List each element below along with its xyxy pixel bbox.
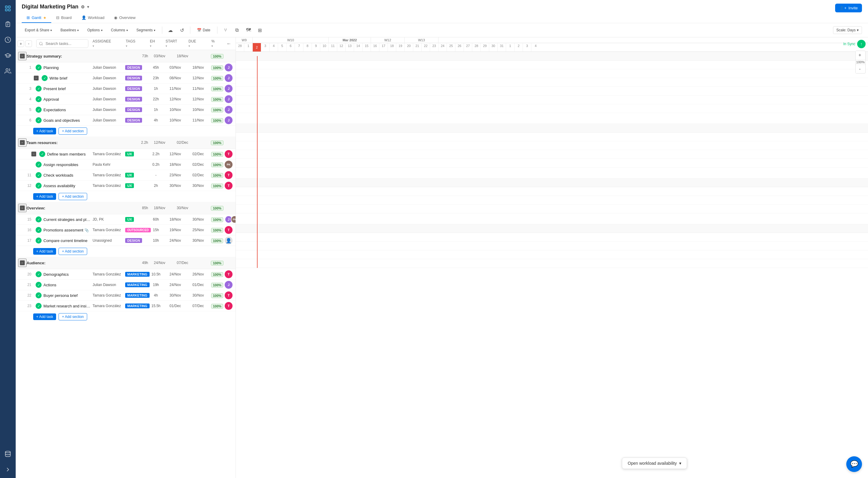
task-1-check[interactable]: ✓ (36, 65, 42, 71)
gantt-spacer-20 (236, 233, 868, 242)
sidebar-icon-home[interactable] (3, 4, 13, 13)
gantt-spacer-addrow2 (236, 168, 868, 178)
add-section-team-button[interactable]: + Add section (59, 193, 87, 200)
tab-workload[interactable]: 👤 Workload (76, 13, 110, 23)
task-9-name[interactable]: Define team members (47, 152, 91, 157)
task-row: 4 ✓ Approval Julian Dawson DESIGN 22h 12… (16, 94, 236, 105)
task-22-pct: 100% (210, 293, 225, 298)
map-icon-button[interactable]: 🗺 (244, 26, 253, 35)
task-23-name[interactable]: Market research and insights (43, 304, 91, 308)
task-21-check[interactable]: ✓ (36, 282, 42, 288)
sidebar-icon-arrow[interactable] (3, 465, 13, 474)
sidebar-icon-tasks[interactable] (3, 19, 13, 29)
invite-button[interactable]: 👤+ Invite (835, 4, 862, 12)
add-section-strategy-button[interactable]: + Add section (59, 128, 87, 135)
task-12-check[interactable]: ✓ (36, 183, 42, 189)
tab-board[interactable]: ⊟ Board (51, 13, 76, 23)
date-button[interactable]: 📅 Date (194, 27, 213, 34)
task-row: 15 ✓ Current strategies and plans JD, PK… (16, 214, 236, 225)
sidebar-icon-database[interactable] (3, 449, 13, 459)
task-16-check[interactable]: ✓ (36, 227, 42, 233)
task-1-name[interactable]: Planning (43, 65, 91, 70)
zoom-in-button[interactable]: + (856, 51, 864, 59)
assignee-header[interactable]: ASSIGNEE (93, 39, 122, 43)
section-team-toggle[interactable]: − (18, 138, 27, 147)
task-21-name[interactable]: Actions (43, 283, 91, 287)
task-16-name[interactable]: Promotions assesment 📎 (43, 228, 91, 232)
task-17-name[interactable]: Compare current timeline (43, 238, 91, 243)
sidebar-icon-reports[interactable] (3, 35, 13, 45)
task-9-due: 02/Dec (187, 152, 210, 156)
task-5-check[interactable]: ✓ (36, 107, 42, 113)
start-header[interactable]: START (165, 39, 185, 43)
task-6-name[interactable]: Goals and objectives (43, 118, 91, 123)
task-12-name[interactable]: Assess availability (43, 183, 91, 188)
add-task-overview-button[interactable]: + Add task (33, 248, 56, 255)
task-11-start: 23/Nov (164, 173, 187, 177)
task-4-name[interactable]: Approval (43, 97, 91, 102)
add-task-team-button[interactable]: + Add task (33, 193, 56, 200)
task-15-name[interactable]: Current strategies and plans (43, 217, 91, 222)
day-8: 8 (303, 43, 312, 52)
scale-button[interactable]: Scale: Days ▾ (833, 26, 862, 34)
segments-button[interactable]: Segments ▾ (133, 27, 158, 34)
add-task-audience-button[interactable]: + Add task (33, 313, 56, 320)
task-16-tags: OUTSOURCED (124, 228, 148, 232)
back-arrow-button[interactable]: ← (226, 41, 231, 46)
tab-gantt[interactable]: ⊞ Gantt ★ (22, 13, 51, 23)
task-10-name[interactable]: Assign responsibles (43, 163, 91, 167)
pct-header[interactable]: % (211, 39, 223, 43)
branch-icon-button[interactable]: ⑂ (221, 26, 230, 35)
export-share-button[interactable]: Export & Share ▾ (22, 27, 55, 34)
task-3-name[interactable]: Present brief (43, 87, 91, 91)
cloud-icon-button[interactable]: ☁ (166, 26, 175, 35)
tags-header[interactable]: TAGS (126, 39, 146, 43)
gantt-spacer-2 (236, 69, 868, 78)
task-15-check[interactable]: ✓ (36, 216, 42, 223)
project-dropdown-icon[interactable]: ▾ (87, 5, 89, 9)
task-20-check[interactable]: ✓ (36, 271, 42, 277)
section-strategy-toggle[interactable]: − (18, 52, 27, 60)
zoom-out-button[interactable]: - (856, 65, 864, 73)
eh-header[interactable]: EH (150, 39, 162, 43)
gantt-spacer-23 (236, 259, 868, 268)
search-input[interactable] (36, 39, 88, 48)
add-section-audience-button[interactable]: + Add section (59, 313, 87, 320)
copy-icon-button[interactable]: ⧉ (232, 26, 242, 35)
due-header[interactable]: DUE (188, 39, 208, 43)
section-overview-toggle[interactable]: − (18, 204, 27, 212)
task-6-check[interactable]: ✓ (36, 117, 42, 123)
task-2-check[interactable]: ✓ (42, 75, 48, 81)
settings-icon[interactable]: ⚙ (81, 4, 85, 9)
task-11-name[interactable]: Check workloads (43, 173, 91, 177)
task-4-check[interactable]: ✓ (36, 96, 42, 102)
add-section-overview-button[interactable]: + Add section (59, 248, 87, 255)
task-22-check[interactable]: ✓ (36, 292, 42, 298)
sync-icon[interactable]: ↑ (857, 40, 866, 48)
columns-button[interactable]: Columns ▾ (108, 27, 131, 34)
task-23-check[interactable]: ✓ (36, 303, 42, 309)
chat-button[interactable]: 💬 (846, 456, 862, 472)
tab-overview[interactable]: ◉ Overview (109, 13, 140, 23)
sidebar-icon-education[interactable] (3, 50, 13, 60)
expand-all-button[interactable]: + (18, 40, 24, 47)
task-20-name[interactable]: Demographics (43, 272, 91, 277)
sidebar-icon-contacts[interactable] (3, 66, 13, 76)
table-icon-button[interactable]: ⊞ (255, 26, 265, 35)
task-5-name[interactable]: Expectations (43, 108, 91, 112)
section-audience-toggle[interactable]: − (18, 259, 27, 267)
task-22-name[interactable]: Buyer persona brief (43, 293, 91, 298)
undo-icon-button[interactable]: ↺ (177, 26, 186, 35)
options-button[interactable]: Options ▾ (84, 27, 105, 34)
collapse-all-button[interactable]: - (25, 40, 32, 47)
gantt-spacer-section1 (236, 52, 868, 61)
workload-availability-button[interactable]: Open workload availability ▾ (622, 457, 687, 469)
add-task-strategy-button[interactable]: + Add task (33, 128, 56, 134)
task-9-check[interactable]: ✓ (39, 151, 45, 157)
task-2-name[interactable]: Write brief (50, 76, 91, 80)
task-10-check[interactable]: ✓ (36, 162, 42, 168)
task-3-check[interactable]: ✓ (36, 86, 42, 92)
baselines-button[interactable]: Baselines ▾ (57, 27, 82, 34)
task-11-check[interactable]: ✓ (36, 172, 42, 178)
task-17-check[interactable]: ✓ (36, 238, 42, 243)
